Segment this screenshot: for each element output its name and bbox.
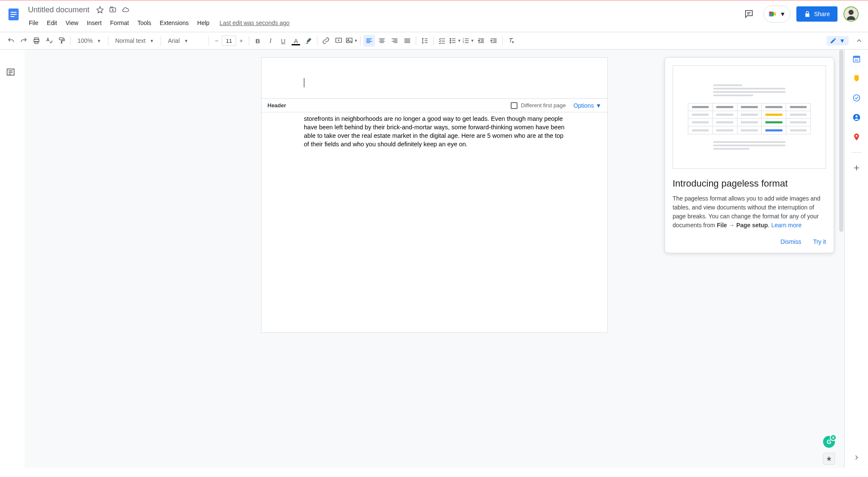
align-right-icon[interactable] [389, 35, 401, 47]
align-left-icon[interactable] [363, 35, 375, 47]
comments-icon[interactable] [740, 6, 757, 22]
font-value: Arial [168, 37, 180, 44]
svg-point-8 [849, 10, 854, 15]
svg-point-26 [853, 95, 860, 101]
menu-insert[interactable]: Insert [83, 18, 105, 28]
svg-point-29 [855, 135, 857, 137]
svg-point-17 [450, 40, 451, 41]
line-spacing-icon[interactable] [419, 35, 431, 47]
redo-icon[interactable] [18, 35, 30, 47]
header-options-button[interactable]: Options ▼ [573, 102, 601, 109]
increase-font-icon[interactable]: + [236, 36, 246, 46]
contacts-icon[interactable] [852, 113, 861, 122]
meet-button[interactable]: ▼ [763, 6, 790, 22]
account-avatar[interactable] [843, 6, 859, 22]
hide-side-panel-icon[interactable] [853, 454, 860, 461]
learn-more-link[interactable]: Learn more [771, 222, 802, 229]
menu-edit[interactable]: Edit [44, 18, 61, 28]
add-comment-icon[interactable] [333, 35, 345, 47]
try-it-button[interactable]: Try it [813, 238, 826, 245]
editing-mode-button[interactable]: ▼ [826, 36, 849, 45]
insert-image-icon[interactable]: ▼ [345, 35, 358, 47]
dismiss-button[interactable]: Dismiss [780, 238, 801, 245]
svg-rect-12 [59, 38, 63, 40]
menu-tools[interactable]: Tools [134, 18, 155, 28]
text-color-icon[interactable]: A [290, 35, 302, 47]
numbered-list-icon[interactable]: 123▼ [462, 35, 474, 47]
document-canvas[interactable]: Header Different first page Options ▼ st… [25, 50, 844, 468]
outline-toggle-icon[interactable] [6, 67, 19, 80]
italic-icon[interactable]: I [264, 35, 276, 47]
svg-rect-7 [769, 14, 772, 17]
text-cursor [304, 78, 304, 87]
zoom-dropdown[interactable]: 100%▼ [73, 35, 106, 47]
svg-rect-2 [11, 14, 17, 15]
header-label: Header [267, 102, 286, 109]
menu-file[interactable]: File [25, 18, 42, 28]
align-center-icon[interactable] [376, 35, 388, 47]
menu-format[interactable]: Format [107, 18, 132, 28]
header-section-bar: Header Different first page Options ▼ [262, 98, 607, 112]
increase-indent-icon[interactable] [488, 35, 500, 47]
last-edit-link[interactable]: Last edit was seconds ago [220, 20, 289, 26]
highlight-icon[interactable] [303, 35, 314, 47]
add-addon-icon[interactable] [852, 164, 861, 172]
caret-down-icon: ▼ [595, 102, 601, 109]
share-button[interactable]: Share [796, 6, 837, 22]
move-icon[interactable] [109, 6, 117, 14]
font-size-control: − 11 + [211, 36, 246, 46]
clear-formatting-icon[interactable] [505, 35, 517, 47]
side-panel: 31 [844, 50, 868, 468]
svg-point-18 [450, 42, 451, 43]
align-justify-icon[interactable] [401, 35, 413, 47]
bulleted-list-icon[interactable]: ▼ [449, 35, 461, 47]
calendar-icon[interactable]: 31 [852, 55, 861, 63]
page[interactable]: Header Different first page Options ▼ st… [261, 57, 608, 333]
svg-rect-1 [11, 12, 17, 13]
app-header: Untitled document File Edit View Insert … [0, 0, 868, 29]
spellcheck-icon[interactable] [43, 35, 55, 47]
bold-icon[interactable]: B [252, 35, 264, 47]
checklist-icon[interactable] [436, 35, 448, 47]
document-title[interactable]: Untitled document [25, 5, 92, 15]
toolbar: 100%▼ Normal text▼ Arial▼ − 11 + B I U A… [0, 32, 868, 50]
svg-point-28 [855, 115, 857, 117]
popup-illustration [673, 65, 826, 169]
cloud-icon[interactable] [122, 6, 129, 14]
undo-icon[interactable] [5, 35, 17, 47]
tasks-icon[interactable] [852, 94, 861, 102]
collapse-toolbar-icon[interactable] [855, 37, 863, 45]
link-icon[interactable] [320, 35, 332, 47]
svg-rect-24 [853, 56, 860, 58]
checkbox-icon[interactable] [511, 102, 517, 109]
menu-view[interactable]: View [62, 18, 82, 28]
different-first-page-checkbox[interactable]: Different first page [511, 102, 566, 109]
keep-icon[interactable] [852, 74, 861, 83]
popup-title: Introducing pageless format [673, 178, 826, 189]
pageless-popup: Introducing pageless format The pageless… [665, 57, 834, 253]
underline-icon[interactable]: U [277, 35, 289, 47]
menu-help[interactable]: Help [194, 18, 213, 28]
menu-extensions[interactable]: Extensions [156, 18, 192, 28]
docs-logo-icon[interactable] [5, 4, 22, 25]
font-size-input[interactable]: 11 [222, 36, 236, 46]
decrease-indent-icon[interactable] [475, 35, 487, 47]
star-icon[interactable] [96, 6, 104, 14]
document-body-text[interactable]: storefronts in neighborhoods are no long… [304, 114, 565, 149]
maps-icon[interactable] [852, 133, 861, 141]
svg-text:3: 3 [463, 41, 464, 44]
zoom-value: 100% [78, 37, 93, 44]
style-value: Normal text [115, 37, 146, 44]
paragraph-style-dropdown[interactable]: Normal text▼ [111, 35, 158, 47]
grammarly-badge-icon[interactable]: G9 [823, 436, 835, 448]
explore-icon[interactable] [823, 453, 835, 465]
font-dropdown[interactable]: Arial▼ [164, 35, 206, 47]
print-icon[interactable] [31, 35, 42, 47]
different-first-label: Different first page [521, 102, 566, 109]
paint-format-icon[interactable] [56, 35, 68, 47]
caret-down-icon: ▼ [839, 37, 845, 44]
scrollbar[interactable] [838, 50, 844, 468]
menu-bar: File Edit View Insert Format Tools Exten… [25, 17, 740, 29]
decrease-font-icon[interactable]: − [211, 36, 222, 46]
caret-down-icon: ▼ [780, 11, 786, 17]
